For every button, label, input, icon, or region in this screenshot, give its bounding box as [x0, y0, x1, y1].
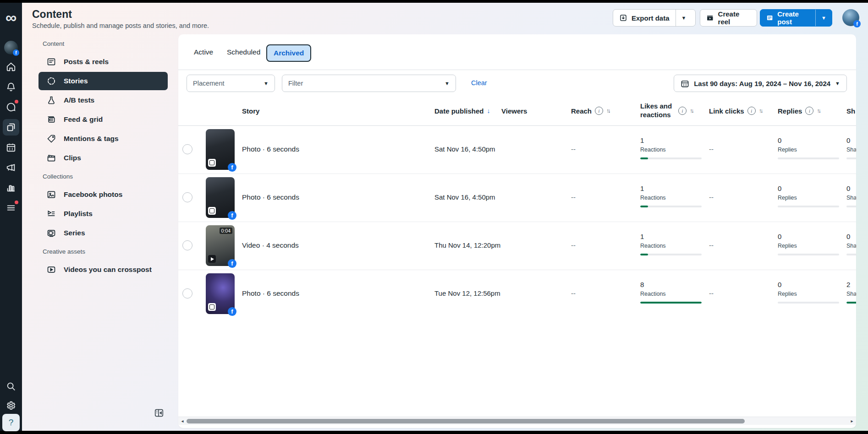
create-post-label: Create post	[777, 10, 809, 26]
rail-content-icon-selected[interactable]	[3, 119, 19, 136]
story-row[interactable]: f Photo · 6 seconds Sat Nov 16, 4:50pm -…	[178, 125, 856, 174]
export-options-chevron[interactable]: ▼	[676, 15, 692, 21]
sort-icon[interactable]: ↑↓	[690, 108, 694, 114]
story-type-label: Video · 4 seconds	[242, 241, 299, 250]
filter-dropdown[interactable]: Filter ▼	[282, 75, 456, 92]
story-thumbnail[interactable]: 0:04 f	[206, 225, 235, 266]
reactions-bar	[640, 157, 702, 159]
sidebar-item-ab-tests[interactable]: A/B tests	[38, 91, 168, 109]
page-subtitle: Schedule, publish and manage posts and s…	[32, 22, 209, 29]
story-thumbnail[interactable]: f	[206, 177, 235, 218]
facebook-badge-icon: f	[228, 259, 236, 268]
sidebar-item-mentions-tags[interactable]: Mentions & tags	[38, 130, 168, 148]
insights-chart-icon[interactable]	[3, 179, 19, 196]
settings-gear-icon[interactable]	[3, 397, 19, 414]
date-range-button[interactable]: Last 90 days: Aug 19, 2024 – Nov 16, 202…	[674, 75, 847, 92]
export-data-button[interactable]: Export data	[613, 10, 676, 26]
sidebar-item-label: Feed & grid	[64, 115, 103, 124]
story-type-label: Photo · 6 seconds	[242, 145, 299, 153]
sidebar-item-videos-crosspost[interactable]: Videos you can crosspost	[38, 260, 168, 279]
col-date-published[interactable]: Date published ↓	[434, 96, 490, 125]
reactions-bar	[640, 206, 702, 207]
sidebar-item-clips[interactable]: Clips	[38, 149, 168, 167]
col-likes-reactions[interactable]: Likes and reactions i ↑↓	[640, 96, 694, 125]
story-type-label: Photo · 6 seconds	[242, 193, 299, 201]
info-icon[interactable]: i	[595, 107, 603, 115]
sidebar-item-facebook-photos[interactable]: Facebook photos	[38, 185, 168, 204]
sidebar-item-series[interactable]: Series	[38, 224, 168, 242]
sidebar-item-playlists[interactable]: Playlists	[38, 205, 168, 223]
table-header: Story Date published ↓ Viewers Reach i ↑…	[178, 96, 856, 126]
content-sidebar: Content Posts & reels Stories A/B tests …	[22, 34, 178, 431]
flask-icon	[47, 96, 56, 105]
col-replies[interactable]: Replies i ↑↓	[778, 96, 821, 125]
meta-business-suite-content-page: ∞ f	[0, 0, 868, 434]
facebook-badge-icon: f	[13, 49, 19, 56]
row-select-checkbox[interactable]	[182, 288, 192, 298]
notifications-bell-icon[interactable]	[3, 79, 19, 95]
shares-bar	[846, 302, 856, 304]
planner-calendar-icon[interactable]	[3, 139, 19, 156]
sidebar-item-posts-reels[interactable]: Posts & reels	[38, 53, 168, 71]
date-published-cell: Tue Nov 12, 12:56pm	[434, 289, 500, 297]
col-shares-clipped[interactable]: Sh	[846, 96, 855, 125]
horizontal-scrollbar[interactable]: ◂ ▸	[178, 417, 856, 425]
placement-dropdown-label: Placement	[193, 80, 225, 87]
story-thumbnail[interactable]: f	[206, 129, 235, 170]
story-row[interactable]: 0:04 f Video · 4 seconds Thu Nov 14, 12:…	[178, 222, 856, 270]
sort-icon[interactable]: ↑↓	[759, 108, 764, 114]
create-reel-button[interactable]: Create reel	[700, 9, 757, 27]
business-avatar[interactable]: f	[3, 39, 19, 56]
date-published-cell: Sat Nov 16, 4:50pm	[434, 193, 495, 201]
row-select-checkbox[interactable]	[182, 240, 192, 250]
sidebar-item-stories[interactable]: Stories	[38, 72, 168, 90]
calendar-icon	[681, 79, 689, 88]
create-post-split-button: Create post ▼	[760, 9, 832, 27]
sort-icon[interactable]: ↑↓	[817, 108, 821, 114]
scroll-right-icon[interactable]: ▸	[848, 417, 856, 425]
info-icon[interactable]: i	[805, 107, 813, 115]
story-row[interactable]: f Photo · 6 seconds Tue Nov 12, 12:56pm …	[178, 270, 856, 318]
tab-archived[interactable]: Archived	[266, 44, 311, 62]
tab-active[interactable]: Active	[187, 44, 220, 60]
scrollbar-thumb[interactable]	[187, 419, 745, 423]
sidebar-item-label: Playlists	[64, 210, 93, 218]
reactions-bar	[640, 302, 702, 304]
sidebar-item-label: Mentions & tags	[64, 135, 119, 143]
col-link-clicks[interactable]: Link clicks i ↑↓	[709, 96, 763, 125]
placement-dropdown[interactable]: Placement ▼	[187, 75, 275, 92]
profile-avatar[interactable]: f	[842, 9, 859, 26]
col-reach[interactable]: Reach i ↑↓	[571, 96, 611, 125]
row-select-checkbox[interactable]	[182, 192, 192, 202]
create-post-button[interactable]: Create post	[760, 10, 815, 26]
help-icon[interactable]: ?	[2, 414, 20, 431]
replies-bar	[778, 206, 839, 207]
sidebar-item-feed-grid[interactable]: Feed & grid	[38, 110, 168, 129]
search-icon[interactable]	[3, 378, 19, 395]
video-play-icon	[47, 265, 56, 274]
info-icon[interactable]: i	[678, 107, 687, 115]
story-row[interactable]: f Photo · 6 seconds Sat Nov 16, 4:50pm -…	[178, 174, 856, 222]
meta-logo-icon[interactable]: ∞	[3, 9, 19, 26]
date-range-label: Last 90 days: Aug 19, 2024 – Nov 16, 202…	[694, 80, 830, 87]
row-select-checkbox[interactable]	[182, 144, 192, 154]
sort-icon[interactable]: ↑↓	[606, 108, 611, 114]
home-icon[interactable]	[3, 59, 19, 75]
link-clicks-cell: --	[709, 145, 714, 153]
export-data-label: Export data	[632, 14, 670, 22]
tab-scheduled[interactable]: Scheduled	[220, 44, 267, 60]
inbox-chat-icon[interactable]	[3, 99, 19, 115]
more-tools-icon[interactable]	[3, 200, 19, 216]
clear-filters-link[interactable]: Clear	[471, 79, 487, 87]
page-title: Content	[32, 8, 72, 21]
scroll-left-icon[interactable]: ◂	[178, 417, 187, 425]
story-thumbnail[interactable]: f	[206, 273, 235, 314]
sort-desc-icon[interactable]: ↓	[487, 107, 490, 114]
more-tools-dot	[15, 201, 18, 204]
create-post-chevron[interactable]: ▼	[816, 15, 832, 21]
ads-megaphone-icon[interactable]	[3, 159, 19, 176]
info-icon[interactable]: i	[747, 107, 756, 115]
sidebar-section-collections: Collections	[43, 173, 73, 180]
collapse-sidebar-icon[interactable]	[154, 408, 164, 418]
reactions-bar	[640, 254, 702, 255]
